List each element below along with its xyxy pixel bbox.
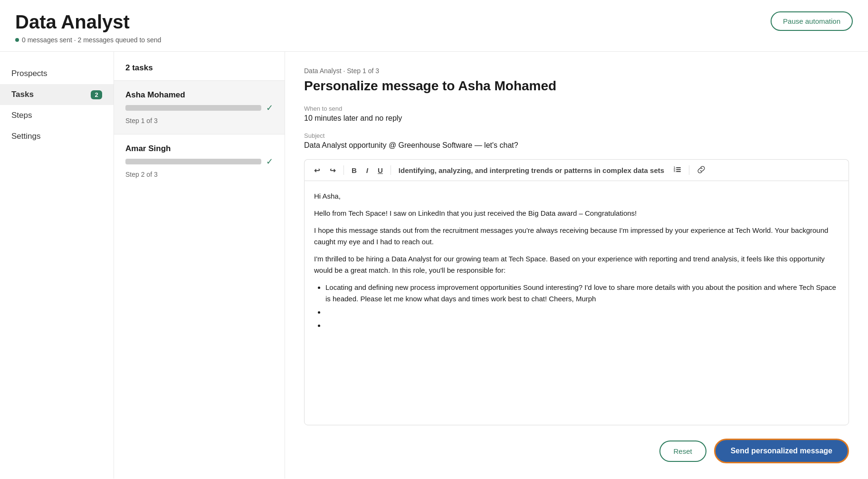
reset-button[interactable]: Reset xyxy=(659,441,706,462)
link-icon xyxy=(697,165,706,174)
header-status: 0 messages sent · 2 messages queued to s… xyxy=(15,36,161,44)
subject-value: Data Analyst opportunity @ Greenhouse So… xyxy=(304,141,849,150)
toolbar-divider-2 xyxy=(391,165,391,175)
toolbar-divider-3 xyxy=(689,165,689,175)
when-to-send-value: 10 minutes later and no reply xyxy=(304,114,849,123)
svg-rect-1 xyxy=(676,167,681,168)
status-dot-icon xyxy=(15,38,19,42)
sidebar-item-settings[interactable]: Settings xyxy=(0,126,114,147)
main-layout: Prospects Tasks 2 Steps Settings 2 tasks… xyxy=(0,52,868,479)
task-email-row-asha: ✓ xyxy=(125,103,273,113)
task-name-asha: Asha Mohamed xyxy=(125,90,273,100)
bullet-2 xyxy=(325,307,839,318)
svg-rect-3 xyxy=(676,169,681,170)
link-button[interactable] xyxy=(693,163,709,177)
svg-text:3.: 3. xyxy=(674,170,676,172)
page-title: Data Analyst xyxy=(15,11,161,32)
message-greeting: Hi Asha, xyxy=(314,191,839,202)
task-step-amar: Step 2 of 3 xyxy=(125,171,273,178)
sidebar-label-settings: Settings xyxy=(11,132,40,141)
message-para3: I'm thrilled to be hiring a Data Analyst… xyxy=(314,253,839,276)
svg-rect-5 xyxy=(676,171,681,172)
message-editor[interactable]: Hi Asha, Hello from Tech Space! I saw on… xyxy=(304,181,849,425)
toolbar-divider-1 xyxy=(343,165,344,175)
task-email-blurred-amar xyxy=(125,159,261,164)
task-card-amar[interactable]: Amar Singh ✓ Step 2 of 3 xyxy=(114,134,285,188)
task-email-row-amar: ✓ xyxy=(125,156,273,167)
undo-button[interactable]: ↩ xyxy=(310,165,324,176)
task-name-amar: Amar Singh xyxy=(125,144,273,153)
when-to-send-label: When to send xyxy=(304,105,849,112)
bullet-list-button[interactable]: Identifying, analyzing, and interpreting… xyxy=(395,165,668,176)
task-list-panel: 2 tasks Asha Mohamed ✓ Step 1 of 3 Amar … xyxy=(114,52,285,479)
redo-button[interactable]: ↪ xyxy=(326,165,340,176)
sidebar-item-tasks[interactable]: Tasks 2 xyxy=(0,84,114,105)
task-list-header: 2 tasks xyxy=(114,63,285,80)
task-step-asha: Step 1 of 3 xyxy=(125,117,273,125)
sidebar-label-tasks: Tasks xyxy=(11,90,34,99)
status-text: 0 messages sent · 2 messages queued to s… xyxy=(22,36,161,44)
check-icon-amar: ✓ xyxy=(266,156,273,167)
bullet-1: Locating and defining new process improv… xyxy=(325,282,839,305)
ordered-list-icon: 1. 2. 3. xyxy=(674,166,681,173)
message-bullets: Locating and defining new process improv… xyxy=(325,282,839,331)
sidebar-item-steps[interactable]: Steps xyxy=(0,105,114,126)
bold-button[interactable]: B xyxy=(348,165,361,176)
tasks-badge: 2 xyxy=(91,90,102,99)
ordered-list-button[interactable]: 1. 2. 3. xyxy=(670,164,685,176)
sidebar-item-prospects[interactable]: Prospects xyxy=(0,63,114,84)
editor-area: ↩ ↪ B I U Identifying, analyzing, and in… xyxy=(304,159,849,425)
send-personalized-message-button[interactable]: Send personalized message xyxy=(714,439,849,463)
subject-label: Subject xyxy=(304,132,849,139)
task-email-blurred-asha xyxy=(125,105,261,111)
detail-title: Personalize message to Asha Mohamed xyxy=(304,78,849,94)
sidebar-label-steps: Steps xyxy=(11,111,32,120)
header-left: Data Analyst 0 messages sent · 2 message… xyxy=(15,11,161,44)
italic-button[interactable]: I xyxy=(362,165,372,176)
bullet-3 xyxy=(325,320,839,331)
top-header: Data Analyst 0 messages sent · 2 message… xyxy=(0,0,868,52)
sidebar: Prospects Tasks 2 Steps Settings xyxy=(0,52,114,479)
pause-automation-button[interactable]: Pause automation xyxy=(771,11,853,31)
message-para2: I hope this message stands out from the … xyxy=(314,225,839,248)
editor-toolbar: ↩ ↪ B I U Identifying, analyzing, and in… xyxy=(304,159,849,181)
message-para1: Hello from Tech Space! I saw on LinkedIn… xyxy=(314,208,839,219)
check-icon-asha: ✓ xyxy=(266,103,273,113)
detail-panel: Data Analyst · Step 1 of 3 Personalize m… xyxy=(285,52,868,479)
detail-footer: Reset Send personalized message xyxy=(304,429,849,463)
breadcrumb: Data Analyst · Step 1 of 3 xyxy=(304,67,849,75)
underline-button[interactable]: U xyxy=(374,165,387,176)
sidebar-label-prospects: Prospects xyxy=(11,69,48,78)
task-card-asha[interactable]: Asha Mohamed ✓ Step 1 of 3 xyxy=(114,80,285,134)
